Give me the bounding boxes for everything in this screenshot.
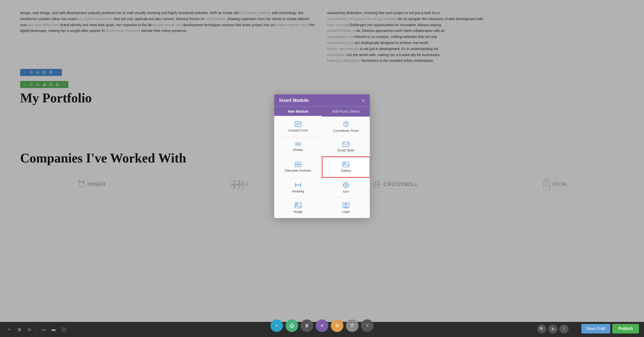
heading-icon: [295, 182, 301, 188]
svg-rect-29: [295, 165, 298, 167]
desktop-view-icon[interactable]: ▭: [39, 325, 48, 333]
filterable-portfolio-icon: [295, 162, 301, 167]
save-draft-button[interactable]: Save Draft: [581, 324, 611, 333]
module-icon-item[interactable]: Icon: [322, 178, 370, 198]
svg-rect-30: [299, 165, 301, 167]
module-contact-form[interactable]: Contact Form: [274, 117, 322, 137]
module-gallery[interactable]: Gallery: [322, 156, 370, 178]
divider-icon: [295, 142, 301, 146]
publish-button[interactable]: Publish: [612, 324, 639, 333]
module-divider[interactable]: Divider: [274, 137, 322, 157]
fab-settings[interactable]: ⚙: [331, 319, 343, 332]
modules-grid: Contact Form Countdown Timer Divider: [274, 117, 370, 218]
modal-header: Insert Module ×: [274, 94, 370, 107]
modal-tabs: New Module Add From Library: [274, 107, 370, 117]
fab-drag[interactable]: ⠿: [361, 319, 374, 332]
fab-power[interactable]: ⏻: [286, 319, 298, 332]
contact-form-icon: [295, 121, 301, 127]
modal-title: Insert Module: [279, 98, 309, 103]
modal-close-button[interactable]: ×: [362, 98, 365, 103]
svg-line-20: [348, 121, 348, 122]
svg-rect-26: [343, 142, 349, 147]
refresh-icon[interactable]: ↻: [548, 324, 557, 333]
search-toolbar-icon[interactable]: ⊙: [25, 325, 33, 333]
insert-module-modal: Insert Module × New Module Add From Libr…: [274, 94, 370, 218]
svg-rect-28: [299, 162, 301, 164]
icon-module-label: Icon: [343, 190, 349, 193]
login-label: Login: [342, 210, 350, 214]
image-icon: [295, 203, 301, 208]
mobile-view-icon[interactable]: ⬛: [60, 325, 68, 333]
icon-module-icon: [343, 182, 349, 188]
tab-new-module[interactable]: New Module: [274, 107, 322, 117]
email-optin-label: Email Optin: [338, 148, 354, 152]
gallery-icon: [343, 162, 349, 167]
fab-close[interactable]: ✕: [316, 319, 328, 332]
module-countdown-timer[interactable]: Countdown Timer: [322, 117, 370, 137]
module-login[interactable]: Login: [322, 198, 370, 218]
search-icon[interactable]: 🔍: [537, 324, 546, 333]
tab-add-from-library[interactable]: Add From Library: [322, 107, 370, 117]
module-heading[interactable]: Heading: [274, 178, 322, 198]
fab-timer[interactable]: ⏱: [346, 319, 358, 332]
grid-view-icon[interactable]: ⊞: [15, 325, 23, 333]
svg-point-23: [298, 143, 299, 144]
toolbar-separator: [36, 326, 36, 333]
gallery-label: Gallery: [341, 169, 351, 173]
module-filterable-portfolio[interactable]: Filterable Portfolio: [274, 157, 322, 177]
filterable-portfolio-label: Filterable Portfolio: [285, 169, 311, 173]
tablet-view-icon[interactable]: ▬: [50, 325, 58, 333]
publish-actions: Save Draft Publish: [581, 324, 639, 333]
svg-point-37: [345, 184, 347, 186]
floating-actions: + ⏻ 🗑 ✕ ⚙ ⏱ ⠿: [270, 319, 374, 332]
email-optin-icon: [343, 142, 349, 147]
countdown-timer-label: Countdown Timer: [333, 129, 359, 133]
image-label: Image: [294, 210, 303, 214]
bottom-right-icons: 🔍 ↻ ?: [537, 324, 569, 333]
menu-icon[interactable]: ≡: [5, 325, 13, 333]
help-icon[interactable]: ?: [559, 324, 569, 333]
contact-form-label: Contact Form: [288, 129, 308, 132]
divider-label: Divider: [293, 148, 303, 152]
svg-rect-27: [295, 162, 298, 164]
module-image[interactable]: Image: [274, 198, 322, 218]
fab-delete[interactable]: 🗑: [301, 319, 313, 332]
heading-label: Heading: [292, 189, 304, 193]
module-email-optin[interactable]: Email Optin: [322, 137, 370, 157]
login-icon: [343, 203, 349, 208]
countdown-timer-icon: [343, 121, 349, 127]
fab-add[interactable]: +: [270, 319, 283, 332]
